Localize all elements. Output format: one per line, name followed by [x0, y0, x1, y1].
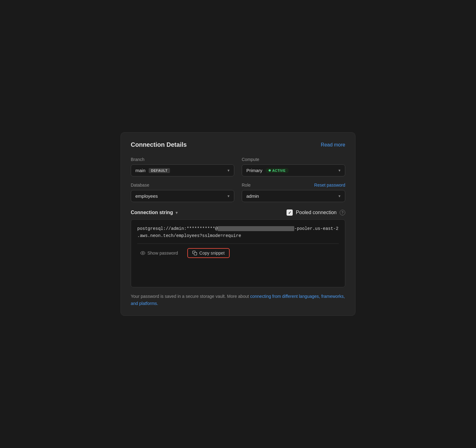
role-group: Role Reset password admin ▾ — [242, 183, 345, 202]
footer-text-before: Your password is saved in a secure stora… — [131, 294, 250, 299]
role-select[interactable]: admin ▾ — [242, 190, 345, 202]
compute-select[interactable]: Primary ACTIVE ▾ — [242, 164, 345, 176]
branch-default-badge: DEFAULT — [149, 168, 170, 173]
compute-active-badge: ACTIVE — [266, 168, 289, 173]
copy-snippet-label: Copy snippet — [199, 251, 225, 256]
connection-string-row: Connection string ▾ ✓ Pooled connection … — [131, 209, 345, 216]
compute-status-text: ACTIVE — [272, 169, 286, 172]
role-label-row: Role Reset password — [242, 183, 345, 188]
branch-select[interactable]: main DEFAULT ▾ — [131, 164, 234, 176]
connection-string-toggle[interactable]: Connection string ▾ — [131, 210, 178, 215]
connection-string-chevron-icon: ▾ — [176, 210, 178, 215]
checkmark-icon: ✓ — [288, 210, 291, 215]
pooled-connection-checkbox[interactable]: ✓ — [287, 209, 293, 216]
copy-icon — [192, 251, 197, 256]
code-prefix: postgresql://admin:***********@ — [137, 226, 218, 231]
panel-title: Connection Details — [131, 141, 187, 148]
branch-chevron-icon: ▾ — [227, 168, 230, 173]
compute-chevron-icon: ▾ — [338, 168, 341, 173]
reset-password-link[interactable]: Reset password — [314, 183, 345, 188]
connection-details-panel: Connection Details Read more Branch main… — [121, 132, 355, 316]
code-text: postgresql://admin:***********@ -pooler.… — [137, 225, 339, 239]
pooled-connection-label: Pooled connection — [296, 210, 337, 215]
compute-value: Primary — [246, 168, 262, 173]
code-suffix1: -pooler.us-east-2 — [294, 226, 338, 231]
code-box: postgresql://admin:***********@ -pooler.… — [131, 219, 345, 287]
footer-text: Your password is saved in a secure stora… — [131, 293, 345, 307]
role-chevron-icon: ▾ — [338, 194, 341, 198]
database-chevron-icon: ▾ — [227, 194, 230, 198]
active-dot-icon — [269, 169, 271, 171]
database-value: employees — [135, 193, 158, 199]
role-value: admin — [246, 193, 259, 199]
form-grid: Branch main DEFAULT ▾ Compute Primary AC… — [131, 157, 345, 202]
database-label: Database — [131, 183, 234, 188]
branch-select-left: main DEFAULT — [135, 168, 170, 173]
branch-value: main — [135, 168, 146, 173]
pooled-connection-row: ✓ Pooled connection ? — [287, 209, 345, 216]
role-label: Role — [242, 183, 251, 188]
branch-label: Branch — [131, 157, 234, 162]
code-box-footer: Show password Copy snippet — [137, 243, 339, 258]
database-select-left: employees — [135, 193, 158, 199]
database-select[interactable]: employees ▾ — [131, 190, 234, 202]
help-icon[interactable]: ? — [340, 210, 345, 215]
role-select-left: admin — [246, 193, 259, 199]
code-suffix2: .aws.neon.tech/employees?sslmode=require — [137, 233, 241, 238]
code-redacted — [218, 226, 294, 231]
svg-rect-1 — [194, 252, 197, 255]
database-group: Database employees ▾ — [131, 183, 234, 202]
copy-snippet-button[interactable]: Copy snippet — [187, 248, 230, 258]
eye-icon — [140, 251, 145, 256]
connection-string-label-text: Connection string — [131, 210, 173, 215]
read-more-link[interactable]: Read more — [321, 142, 345, 148]
panel-header: Connection Details Read more — [131, 141, 345, 148]
compute-label: Compute — [242, 157, 345, 162]
svg-point-0 — [142, 252, 143, 254]
show-password-button[interactable]: Show password — [137, 249, 181, 257]
compute-select-left: Primary ACTIVE — [246, 168, 289, 173]
show-password-label: Show password — [147, 251, 178, 256]
branch-group: Branch main DEFAULT ▾ — [131, 157, 234, 176]
compute-group: Compute Primary ACTIVE ▾ — [242, 157, 345, 176]
